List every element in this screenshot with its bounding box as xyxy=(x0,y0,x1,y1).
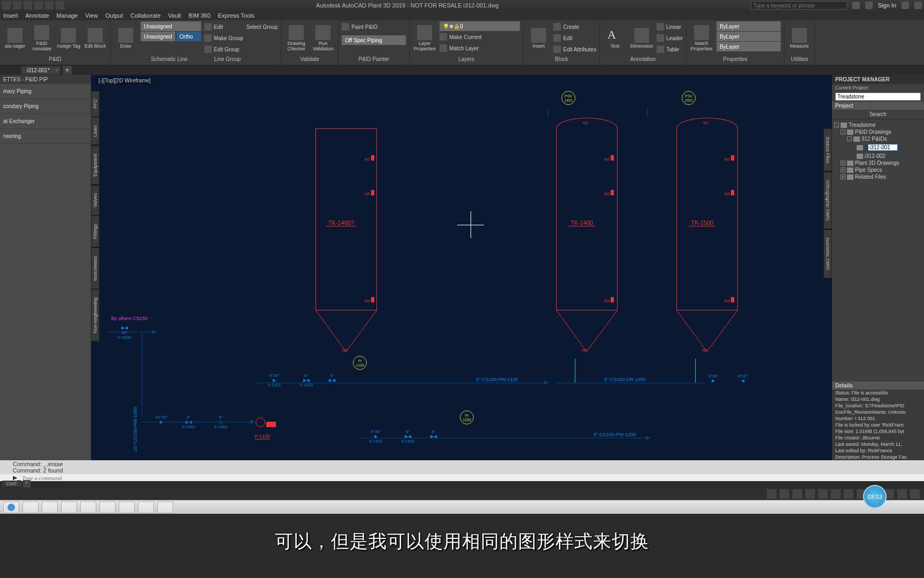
palette-item[interactable]: at Exchanger xyxy=(0,114,91,129)
assign-tag-button[interactable]: Assign Tag xyxy=(57,21,80,56)
reducer[interactable]: 6"x8"▶ xyxy=(709,374,719,383)
tree-related-files[interactable]: +Related Files xyxy=(833,173,923,180)
taskbar-chrome-icon[interactable] xyxy=(80,501,96,513)
edit-group-button[interactable]: Edit Group xyxy=(204,44,243,55)
valve[interactable]: 8"▶◀V-1102 xyxy=(299,373,313,387)
sline-edit-button[interactable]: Edit xyxy=(204,21,243,32)
tab-lines[interactable]: Lines xyxy=(91,117,99,145)
psv-instrument[interactable]: PSV 1501 xyxy=(682,91,696,105)
valve[interactable]: 8"▶◀V-1202 xyxy=(401,429,414,444)
tree-pid-drawings[interactable]: -P&ID Drawings xyxy=(833,128,923,135)
lineweight-bylayer-dropdown[interactable]: ByLayer xyxy=(717,42,781,51)
psv-instrument[interactable]: PSV 1401 xyxy=(561,91,575,105)
select-group-button[interactable]: Select Group xyxy=(247,21,278,32)
help-icon[interactable] xyxy=(914,2,922,9)
tree-312-pids[interactable]: -312 P&IDs xyxy=(833,135,923,142)
infocenter-icon[interactable] xyxy=(852,2,860,9)
taskbar-app-icon[interactable] xyxy=(157,501,173,513)
valve[interactable]: 8"▶◀ xyxy=(329,373,335,383)
pm-search[interactable]: Search xyxy=(832,110,924,119)
pipe-line[interactable] xyxy=(548,107,549,118)
pipe-line[interactable] xyxy=(142,422,254,422)
pipe-line[interactable] xyxy=(647,107,648,118)
tank-tk1400[interactable] xyxy=(556,118,618,354)
pipe-line[interactable] xyxy=(358,438,647,438)
exchange-icon[interactable] xyxy=(902,2,909,9)
data-manager-button[interactable]: ata nager xyxy=(3,21,27,56)
user-icon[interactable] xyxy=(865,2,873,9)
text-button[interactable]: AText xyxy=(603,21,627,56)
layout-tab[interactable]: DWF xyxy=(2,481,22,487)
document-tab[interactable]: i312-001*× xyxy=(21,66,61,74)
tank-tk1400q[interactable] xyxy=(315,128,377,354)
palette-item[interactable]: mary Piping xyxy=(0,84,91,99)
tree-drawing-i312-001[interactable] xyxy=(833,142,923,153)
offspec-piping-dropdown[interactable]: Off Spec Piping xyxy=(342,35,406,45)
unassigned-dropdown-2[interactable]: Unassigned xyxy=(141,32,175,41)
draw-button[interactable]: Draw xyxy=(114,21,137,56)
color-bylayer-dropdown[interactable]: ByLayer xyxy=(717,21,781,31)
layer-properties-button[interactable]: Layer Properties xyxy=(413,21,436,56)
drain-line[interactable] xyxy=(695,359,696,383)
start-button[interactable] xyxy=(3,501,19,513)
taskbar-powerpoint-icon[interactable] xyxy=(138,501,154,513)
palette-item[interactable]: neering xyxy=(0,129,91,144)
table-button[interactable]: Table xyxy=(657,44,683,55)
make-group-button[interactable]: Make Group xyxy=(204,33,243,43)
tab-valves[interactable]: Valves xyxy=(91,185,99,215)
edit-attributes-button[interactable]: Edit Attributes xyxy=(553,44,596,55)
taskbar-app-icon[interactable] xyxy=(42,501,58,513)
otrack-toggle[interactable] xyxy=(844,489,853,499)
unassigned-dropdown-1[interactable]: Unassigned xyxy=(141,21,201,31)
valve[interactable]: ▶◀10"V-1000 xyxy=(118,325,131,340)
pi-instrument[interactable]: PI 1100 xyxy=(353,356,367,370)
polar-toggle[interactable] xyxy=(818,489,828,499)
tree-plant3d-drawings[interactable]: +Plant 3D Drawings xyxy=(833,159,923,166)
model-space-toggle[interactable] xyxy=(767,489,776,499)
reducer[interactable]: 6"x8"▶V-1201 xyxy=(369,429,382,444)
viewport-label[interactable]: [-][Top][2D Wireframe] xyxy=(96,77,153,84)
measure-button[interactable]: Measure xyxy=(788,21,811,56)
menu-view[interactable]: View xyxy=(85,12,98,19)
menu-bim360[interactable]: BIM 360 xyxy=(189,12,211,19)
match-layer-button[interactable]: Match Layer xyxy=(440,43,520,54)
menu-vault[interactable]: Vault xyxy=(168,12,181,19)
linetype-bylayer-dropdown[interactable]: ByLayer xyxy=(717,32,781,41)
match-properties-button[interactable]: Match Properties xyxy=(690,21,713,56)
app-menu-icon[interactable] xyxy=(2,1,11,10)
pipe-line[interactable] xyxy=(142,332,142,417)
drain-line[interactable] xyxy=(575,359,575,383)
pipe-line[interactable] xyxy=(257,383,545,383)
block-insert-button[interactable]: Insert xyxy=(527,21,550,56)
menu-output[interactable]: Output xyxy=(105,12,123,19)
tab-instruments[interactable]: Instruments xyxy=(91,248,99,289)
reducer[interactable]: 6"x8"▶V-1101 xyxy=(267,373,281,387)
redo-icon[interactable] xyxy=(56,1,64,10)
command-input[interactable] xyxy=(22,475,921,481)
drawing-checker-button[interactable]: Drawing Checker xyxy=(284,21,308,56)
tree-pipe-specs[interactable]: +Pipe Specs xyxy=(833,166,923,173)
taskbar-autocad-icon[interactable] xyxy=(99,501,116,513)
menu-annotate[interactable]: Annotate xyxy=(26,12,49,19)
drawing-canvas[interactable]: [-][Top][2D Wireframe] PFD Lines Equipme… xyxy=(91,75,832,460)
save-icon[interactable] xyxy=(34,1,43,10)
pid-annotate-button[interactable]: P&ID Annotate xyxy=(30,21,53,56)
tab-iso-dwg[interactable]: Isometric DWG xyxy=(823,230,832,278)
linear-button[interactable]: Linear xyxy=(657,21,683,32)
edit-block-button[interactable]: Edit Block xyxy=(83,21,107,56)
sign-in-link[interactable]: Sign In xyxy=(878,2,896,9)
help-search-input[interactable] xyxy=(751,1,847,10)
tab-nonengineering[interactable]: Non-engineering xyxy=(91,290,99,341)
new-icon[interactable] xyxy=(13,1,21,10)
tree-root[interactable]: -Treadstone xyxy=(833,121,923,128)
pump-p1100[interactable] xyxy=(256,417,277,428)
tab-equipment[interactable]: Equipment xyxy=(91,146,99,185)
menu-insert[interactable]: Insert xyxy=(3,12,18,19)
ortho-toggle[interactable] xyxy=(805,489,815,499)
dimension-button[interactable]: Dimension xyxy=(630,21,653,56)
leader-button[interactable]: Leader xyxy=(657,33,683,43)
tab-source-files[interactable]: Source Files xyxy=(823,128,832,171)
taskbar-explorer-icon[interactable] xyxy=(22,501,38,513)
paint-pid-button[interactable]: Paint P&ID xyxy=(342,21,406,32)
new-tab-button[interactable]: + xyxy=(63,66,72,74)
